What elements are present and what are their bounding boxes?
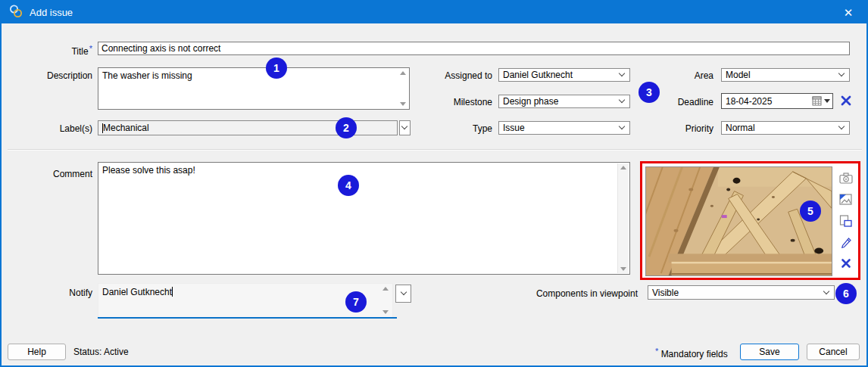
- status-text: Status: Active: [73, 347, 129, 357]
- chevron-down-icon: [619, 97, 625, 103]
- scroll-down-icon[interactable]: [620, 267, 626, 271]
- edit-icon[interactable]: [839, 235, 853, 248]
- area-value: Model: [726, 70, 751, 80]
- annotation-badge-2: 2: [336, 117, 357, 138]
- section-divider: [8, 149, 862, 151]
- annotation-badge-6: 6: [835, 283, 857, 304]
- dropdown-arrow-icon: [824, 99, 830, 103]
- help-button[interactable]: Help: [8, 344, 66, 360]
- labels-label: Label(s): [17, 123, 92, 134]
- description-label: Description: [17, 70, 92, 81]
- assigned-to-select[interactable]: Daniel Gutknecht: [498, 68, 630, 82]
- annotation-badge-1: 1: [266, 58, 287, 79]
- comment-textarea[interactable]: Please solve this asap!: [98, 162, 630, 275]
- chevron-down-icon: [401, 289, 407, 295]
- annotation-badge-7: 7: [345, 291, 367, 313]
- image-icon[interactable]: [839, 193, 853, 206]
- area-label: Area: [638, 70, 713, 81]
- chevron-down-icon: [838, 70, 845, 76]
- scroll-down-icon[interactable]: [382, 310, 389, 314]
- window-title: Add issue: [30, 7, 73, 18]
- comment-label: Comment: [17, 169, 92, 179]
- annotation-badge-4: 4: [338, 175, 359, 196]
- milestone-value: Design phase: [503, 96, 558, 107]
- text-caret: [172, 287, 173, 297]
- deadline-datepicker[interactable]: 18-04-2025: [721, 93, 833, 109]
- priority-value: Normal: [726, 123, 755, 133]
- viewpoint-toolbar: [833, 163, 858, 278]
- camera-icon[interactable]: [839, 172, 853, 185]
- notify-focus-underline: [98, 317, 397, 319]
- milestone-label: Milestone: [395, 97, 492, 107]
- mandatory-asterisk: *: [655, 347, 658, 356]
- type-select[interactable]: Issue: [498, 121, 630, 135]
- notify-value: Daniel Gutknecht: [102, 287, 172, 297]
- scroll-up-icon[interactable]: [620, 166, 626, 170]
- deadline-value: 18-04-2025: [726, 96, 772, 107]
- clear-deadline-icon[interactable]: [840, 95, 852, 110]
- notify-dropdown-button[interactable]: [395, 285, 411, 303]
- title-input[interactable]: Connecting axis is not correct: [98, 42, 850, 55]
- titlebar: Add issue ✕: [2, 2, 866, 23]
- description-text: The washer is missing: [102, 70, 394, 81]
- notify-label: Notify: [17, 288, 92, 298]
- delete-viewpoint-icon[interactable]: [839, 257, 853, 269]
- notify-scrollbar[interactable]: [380, 285, 391, 316]
- description-textarea[interactable]: The washer is missing: [98, 67, 410, 110]
- type-label: Type: [395, 123, 492, 134]
- close-icon[interactable]: ✕: [838, 2, 859, 23]
- components-select[interactable]: Visible: [648, 285, 835, 300]
- priority-label: Priority: [638, 123, 713, 134]
- components-value: Visible: [652, 288, 679, 298]
- viewpoint-panel: [640, 161, 860, 280]
- app-link-icon: [8, 4, 23, 22]
- components-label: Components in viewpoint: [528, 288, 638, 299]
- chevron-down-icon: [619, 70, 625, 76]
- chevron-down-icon: [823, 288, 829, 294]
- chevron-down-icon: [619, 123, 625, 129]
- type-value: Issue: [503, 123, 525, 133]
- annotation-badge-3: 3: [639, 82, 660, 103]
- annotation-badge-5: 5: [800, 201, 821, 222]
- calendar-icon: [812, 96, 822, 106]
- save-button[interactable]: Save: [740, 344, 799, 360]
- viewpoint-image[interactable]: [645, 166, 832, 276]
- title-label: Title*: [17, 44, 92, 57]
- area-select[interactable]: Model: [721, 68, 850, 82]
- copy-icon[interactable]: [839, 214, 853, 227]
- mandatory-fields-note: * Mandatory fields: [654, 347, 728, 359]
- comment-scrollbar[interactable]: [617, 163, 629, 273]
- milestone-select[interactable]: Design phase: [498, 95, 630, 108]
- assigned-to-label: Assigned to: [395, 70, 492, 81]
- comment-text: Please solve this asap!: [102, 165, 614, 176]
- required-asterisk: *: [89, 44, 92, 53]
- add-issue-dialog: Add issue ✕ Title* Connecting axis is no…: [0, 0, 868, 367]
- assigned-to-value: Daniel Gutknecht: [503, 70, 573, 80]
- priority-select[interactable]: Normal: [721, 121, 850, 135]
- calendar-dropdown-button[interactable]: [812, 96, 830, 106]
- cancel-button[interactable]: Cancel: [807, 344, 860, 360]
- chevron-down-icon: [838, 123, 845, 129]
- scroll-up-icon[interactable]: [382, 287, 389, 291]
- labels-value: Mechanical: [103, 123, 149, 133]
